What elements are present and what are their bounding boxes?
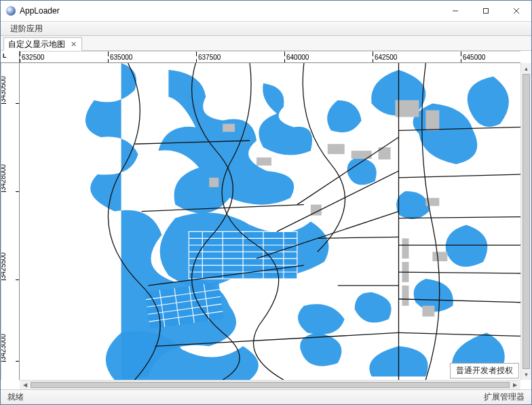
window-titlebar: AppLoader (1, 1, 531, 21)
svg-rect-37 (223, 123, 235, 132)
y-tick-label: 3423000 (1, 334, 7, 360)
license-badge: 普通开发者授权 (450, 363, 519, 379)
svg-rect-27 (425, 111, 439, 131)
close-button[interactable] (501, 1, 531, 21)
app-icon (6, 6, 16, 16)
tab-label: 自定义显示地图 (8, 39, 65, 50)
minimize-button[interactable] (440, 1, 470, 21)
x-tick-label: 640000 (286, 54, 309, 61)
tab-custom-map[interactable]: 自定义显示地图 ✕ (3, 37, 82, 51)
y-tick-label: 3430500 (1, 76, 7, 102)
svg-rect-31 (402, 238, 408, 258)
horizontal-scroll-track[interactable] (31, 381, 510, 389)
ruler-vertical: 3430500 3428000 3425500 3423000 (1, 63, 20, 380)
window-controls (440, 1, 531, 21)
x-tick-label: 632500 (22, 54, 44, 61)
scroll-down-button[interactable]: ▼ (521, 369, 531, 380)
menu-advanced-apps[interactable]: 进阶应用 (5, 22, 48, 36)
vertical-scroll-thumb[interactable] (522, 74, 530, 369)
y-tick-label: 3428000 (1, 164, 7, 191)
ruler-corner: L (1, 51, 20, 63)
menu-bar: 进阶应用 (1, 21, 531, 36)
tab-close-button[interactable]: ✕ (69, 40, 77, 49)
maximize-icon (482, 7, 489, 14)
svg-rect-39 (209, 178, 218, 187)
tab-strip: 自定义显示地图 ✕ (1, 36, 531, 51)
svg-rect-38 (256, 157, 271, 166)
status-bar: 就绪 扩展管理器 (1, 389, 531, 404)
x-tick-label: 637500 (198, 54, 221, 61)
svg-rect-28 (328, 144, 345, 154)
map-viewport: L 632500 635000 637500 640000 642500 645… (1, 51, 531, 389)
maximize-button[interactable] (470, 1, 501, 21)
vertical-scrollbar[interactable]: ▲ ▼ (520, 63, 531, 380)
svg-rect-33 (402, 286, 408, 306)
scroll-up-button[interactable]: ▲ (521, 63, 531, 74)
x-tick-label: 642500 (375, 54, 397, 61)
svg-rect-35 (432, 252, 447, 261)
scroll-left-button[interactable]: ◀ (20, 381, 31, 389)
close-icon (513, 7, 520, 14)
svg-rect-36 (422, 306, 434, 317)
map-canvas[interactable] (20, 63, 520, 380)
minimize-icon (452, 7, 459, 14)
horizontal-scroll-thumb[interactable] (31, 382, 510, 388)
y-tick-label: 3425500 (1, 252, 7, 279)
status-right[interactable]: 扩展管理器 (484, 391, 525, 403)
x-tick-label: 645000 (463, 54, 485, 61)
vertical-scroll-track[interactable] (521, 74, 531, 369)
horizontal-scrollbar[interactable]: ◀ ▶ (20, 380, 520, 389)
status-left: 就绪 (7, 391, 24, 403)
map-svg (20, 63, 520, 380)
ruler-horizontal: 632500 635000 637500 640000 642500 64500… (20, 51, 520, 63)
svg-rect-1 (483, 9, 488, 14)
window-title: AppLoader (20, 6, 440, 16)
x-tick-label: 635000 (110, 54, 132, 61)
scroll-right-button[interactable]: ▶ (510, 381, 520, 389)
